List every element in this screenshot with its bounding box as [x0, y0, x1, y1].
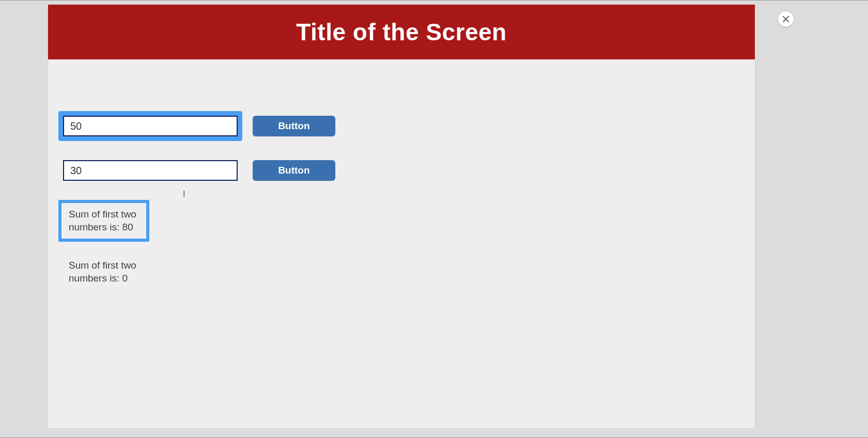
text-cursor-icon: I — [183, 190, 185, 199]
dialog-header: Title of the Screen — [48, 5, 755, 59]
dialog-canvas: Title of the Screen Button Button Sum — [48, 5, 755, 428]
result-box-1: Sum of first two numbers is: 80 — [58, 200, 149, 242]
input-wrapper-2 — [58, 155, 242, 185]
number-input-1[interactable] — [63, 116, 238, 136]
result-text-1: Sum of first two numbers is: 80 — [69, 208, 139, 233]
close-button[interactable] — [778, 11, 794, 27]
dialog-content: Button Button Sum of first two numbers i… — [48, 59, 755, 293]
input-row-1: Button — [58, 111, 755, 141]
result-box-2: Sum of first two numbers is: 0 — [58, 251, 149, 293]
input-wrapper-1 — [58, 111, 242, 141]
page-title: Title of the Screen — [296, 18, 506, 46]
result-row-2: Sum of first two numbers is: 0 — [58, 251, 755, 293]
submit-button-1[interactable]: Button — [253, 116, 335, 136]
result-text-2: Sum of first two numbers is: 0 — [69, 259, 139, 285]
close-icon — [782, 15, 789, 23]
input-row-2: Button — [58, 155, 755, 185]
number-input-2[interactable] — [63, 160, 238, 181]
submit-button-2[interactable]: Button — [253, 160, 335, 181]
result-row-1: Sum of first two numbers is: 80 — [58, 200, 755, 242]
viewport: Title of the Screen Button Button Sum — [0, 0, 868, 438]
